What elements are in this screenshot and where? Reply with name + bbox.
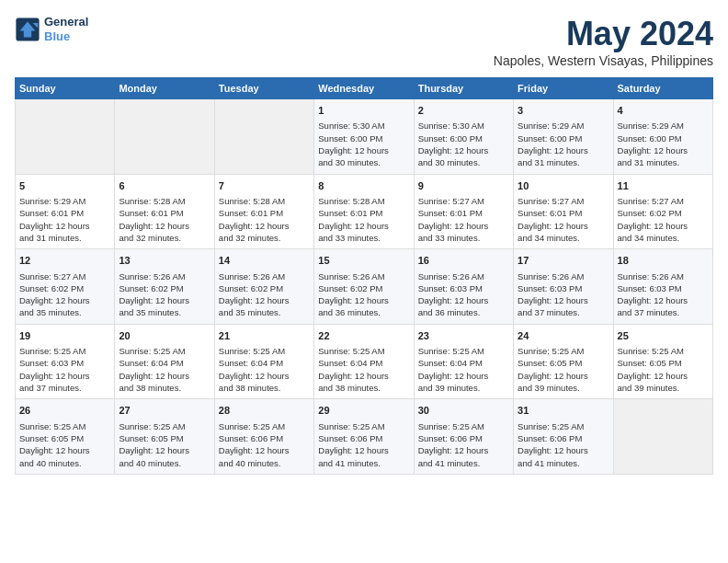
day-info: Sunrise: 5:29 AM Sunset: 6:00 PM Dayligh… [518,120,609,168]
calendar-cell: 6Sunrise: 5:28 AM Sunset: 6:01 PM Daylig… [115,174,214,249]
month-title: May 2024 [494,15,713,53]
day-number: 30 [418,404,509,418]
day-number: 24 [518,329,609,343]
day-info: Sunrise: 5:27 AM Sunset: 6:02 PM Dayligh… [19,270,110,319]
calendar-header: SundayMondayTuesdayWednesdayThursdayFrid… [16,78,713,99]
day-number: 7 [219,179,310,193]
day-info: Sunrise: 5:25 AM Sunset: 6:04 PM Dayligh… [318,345,409,394]
day-info: Sunrise: 5:25 AM Sunset: 6:06 PM Dayligh… [219,420,310,469]
day-info: Sunrise: 5:26 AM Sunset: 6:02 PM Dayligh… [219,270,310,319]
day-number: 9 [418,179,509,193]
day-number: 10 [518,179,609,193]
logo-line2: Blue [44,29,88,44]
calendar-cell: 15Sunrise: 5:26 AM Sunset: 6:02 PM Dayli… [314,249,414,325]
calendar-cell: 2Sunrise: 5:30 AM Sunset: 6:00 PM Daylig… [414,99,513,175]
calendar-cell: 24Sunrise: 5:25 AM Sunset: 6:05 PM Dayli… [514,324,613,399]
weekday-header-thursday: Thursday [414,78,513,99]
calendar-cell: 1Sunrise: 5:30 AM Sunset: 6:00 PM Daylig… [314,99,414,175]
day-info: Sunrise: 5:30 AM Sunset: 6:00 PM Dayligh… [418,120,509,168]
day-info: Sunrise: 5:26 AM Sunset: 6:03 PM Dayligh… [618,270,709,319]
day-info: Sunrise: 5:27 AM Sunset: 6:02 PM Dayligh… [618,195,709,244]
day-info: Sunrise: 5:25 AM Sunset: 6:05 PM Dayligh… [119,420,210,469]
calendar-cell: 5Sunrise: 5:29 AM Sunset: 6:01 PM Daylig… [16,174,115,249]
day-number: 11 [618,179,709,193]
day-number: 25 [618,329,709,343]
day-number: 14 [219,254,310,268]
calendar-cell: 26Sunrise: 5:25 AM Sunset: 6:05 PM Dayli… [16,399,115,475]
calendar-body: 1Sunrise: 5:30 AM Sunset: 6:00 PM Daylig… [16,99,713,475]
calendar-cell: 8Sunrise: 5:28 AM Sunset: 6:01 PM Daylig… [314,174,414,249]
calendar-cell: 12Sunrise: 5:27 AM Sunset: 6:02 PM Dayli… [16,249,115,325]
day-number: 18 [618,254,709,268]
weekday-header-monday: Monday [115,78,214,99]
title-block: May 2024 Napoles, Western Visayas, Phili… [494,15,713,68]
calendar-cell: 23Sunrise: 5:25 AM Sunset: 6:04 PM Dayli… [414,324,513,399]
page-header: General Blue May 2024 Napoles, Western V… [15,15,713,68]
day-info: Sunrise: 5:26 AM Sunset: 6:03 PM Dayligh… [518,270,609,319]
weekday-header-wednesday: Wednesday [314,78,414,99]
calendar-cell [214,99,313,175]
calendar-cell: 27Sunrise: 5:25 AM Sunset: 6:05 PM Dayli… [115,399,214,475]
day-info: Sunrise: 5:27 AM Sunset: 6:01 PM Dayligh… [418,195,509,244]
day-number: 15 [318,254,409,268]
day-number: 3 [518,104,609,118]
day-info: Sunrise: 5:25 AM Sunset: 6:04 PM Dayligh… [418,345,509,394]
calendar-cell: 13Sunrise: 5:26 AM Sunset: 6:02 PM Dayli… [115,249,214,325]
day-info: Sunrise: 5:25 AM Sunset: 6:05 PM Dayligh… [518,345,609,394]
day-info: Sunrise: 5:25 AM Sunset: 6:05 PM Dayligh… [618,345,709,394]
day-number: 27 [119,404,210,418]
calendar-cell: 4Sunrise: 5:29 AM Sunset: 6:00 PM Daylig… [613,99,712,175]
day-number: 20 [119,329,210,343]
calendar-week-3: 12Sunrise: 5:27 AM Sunset: 6:02 PM Dayli… [16,249,713,325]
day-info: Sunrise: 5:25 AM Sunset: 6:06 PM Dayligh… [418,420,509,469]
calendar-week-4: 19Sunrise: 5:25 AM Sunset: 6:03 PM Dayli… [16,324,713,399]
day-number: 26 [19,404,110,418]
day-info: Sunrise: 5:28 AM Sunset: 6:01 PM Dayligh… [119,195,210,244]
calendar-cell: 9Sunrise: 5:27 AM Sunset: 6:01 PM Daylig… [414,174,513,249]
calendar-table: SundayMondayTuesdayWednesdayThursdayFrid… [15,77,713,475]
location-title: Napoles, Western Visayas, Philippines [494,53,713,68]
calendar-cell: 16Sunrise: 5:26 AM Sunset: 6:03 PM Dayli… [414,249,513,325]
calendar-cell: 19Sunrise: 5:25 AM Sunset: 6:03 PM Dayli… [16,324,115,399]
day-info: Sunrise: 5:25 AM Sunset: 6:05 PM Dayligh… [19,420,110,469]
day-number: 5 [19,179,110,193]
weekday-header-tuesday: Tuesday [214,78,313,99]
day-info: Sunrise: 5:30 AM Sunset: 6:00 PM Dayligh… [318,120,409,168]
day-number: 19 [19,329,110,343]
day-info: Sunrise: 5:25 AM Sunset: 6:06 PM Dayligh… [318,420,409,469]
calendar-cell: 11Sunrise: 5:27 AM Sunset: 6:02 PM Dayli… [613,174,712,249]
calendar-cell [613,399,712,475]
day-number: 2 [418,104,509,118]
calendar-cell: 28Sunrise: 5:25 AM Sunset: 6:06 PM Dayli… [214,399,313,475]
day-number: 17 [518,254,609,268]
day-number: 12 [19,254,110,268]
logo-icon [15,17,40,42]
weekday-header-row: SundayMondayTuesdayWednesdayThursdayFrid… [16,78,713,99]
day-number: 28 [219,404,310,418]
calendar-cell: 29Sunrise: 5:25 AM Sunset: 6:06 PM Dayli… [314,399,414,475]
calendar-week-5: 26Sunrise: 5:25 AM Sunset: 6:05 PM Dayli… [16,399,713,475]
day-info: Sunrise: 5:26 AM Sunset: 6:02 PM Dayligh… [119,270,210,319]
day-info: Sunrise: 5:25 AM Sunset: 6:04 PM Dayligh… [219,345,310,394]
day-number: 1 [318,104,409,118]
day-info: Sunrise: 5:28 AM Sunset: 6:01 PM Dayligh… [318,195,409,244]
day-info: Sunrise: 5:25 AM Sunset: 6:03 PM Dayligh… [19,345,110,394]
calendar-cell: 22Sunrise: 5:25 AM Sunset: 6:04 PM Dayli… [314,324,414,399]
calendar-cell: 31Sunrise: 5:25 AM Sunset: 6:06 PM Dayli… [514,399,613,475]
calendar-cell: 7Sunrise: 5:28 AM Sunset: 6:01 PM Daylig… [214,174,313,249]
calendar-cell: 21Sunrise: 5:25 AM Sunset: 6:04 PM Dayli… [214,324,313,399]
day-number: 31 [518,404,609,418]
day-number: 16 [418,254,509,268]
calendar-week-2: 5Sunrise: 5:29 AM Sunset: 6:01 PM Daylig… [16,174,713,249]
weekday-header-saturday: Saturday [613,78,712,99]
day-info: Sunrise: 5:28 AM Sunset: 6:01 PM Dayligh… [219,195,310,244]
weekday-header-sunday: Sunday [16,78,115,99]
calendar-cell: 20Sunrise: 5:25 AM Sunset: 6:04 PM Dayli… [115,324,214,399]
day-info: Sunrise: 5:26 AM Sunset: 6:03 PM Dayligh… [418,270,509,319]
day-number: 29 [318,404,409,418]
day-info: Sunrise: 5:29 AM Sunset: 6:00 PM Dayligh… [618,120,709,168]
calendar-cell: 25Sunrise: 5:25 AM Sunset: 6:05 PM Dayli… [613,324,712,399]
day-number: 21 [219,329,310,343]
logo-line1: General [44,15,88,29]
day-number: 8 [318,179,409,193]
